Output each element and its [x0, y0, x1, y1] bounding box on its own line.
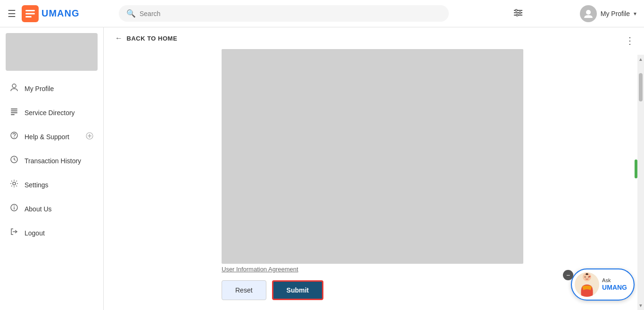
svg-rect-3 — [25, 16, 32, 17]
svg-point-10 — [586, 10, 591, 15]
ask-umang-close-icon[interactable]: − — [563, 270, 573, 280]
sidebar-item-about-us[interactable]: About Us — [0, 197, 103, 221]
sidebar-item-settings[interactable]: Settings — [0, 173, 103, 197]
expand-icon-help — [85, 132, 94, 142]
hamburger-icon[interactable]: ☰ — [8, 8, 16, 19]
three-dots-menu[interactable]: ⋮ — [625, 35, 635, 46]
content-box — [222, 49, 523, 264]
svg-rect-1 — [25, 10, 35, 11]
back-nav-label: BACK TO HOME — [127, 35, 178, 42]
ask-umang-text: Ask UMANG — [602, 277, 627, 292]
help-support-icon — [9, 131, 19, 142]
svg-point-22 — [13, 182, 16, 185]
main-layout: My Profile Service Directory Help & Supp… — [0, 27, 644, 310]
sidebar-item-my-profile[interactable]: My Profile — [0, 76, 103, 101]
sidebar-label-about-us: About Us — [25, 205, 94, 213]
submit-button[interactable]: Submit — [272, 280, 323, 300]
header-left: ☰ UMANG — [8, 5, 111, 22]
profile-icon — [9, 83, 19, 94]
scroll-down-icon[interactable]: ▼ — [636, 301, 644, 310]
svg-rect-15 — [11, 114, 15, 115]
chevron-down-icon: ▾ — [634, 10, 636, 17]
search-input[interactable] — [140, 10, 441, 17]
profile-container[interactable]: My Profile ▾ — [580, 5, 636, 22]
logo-container[interactable]: UMANG — [22, 5, 80, 22]
settings-icon — [9, 179, 19, 190]
about-us-icon — [9, 203, 19, 214]
search-container: 🔍 — [119, 5, 449, 22]
svg-point-30 — [589, 276, 591, 277]
sidebar-item-logout[interactable]: Logout — [0, 221, 103, 245]
umang-logo-icon — [22, 5, 39, 22]
logout-icon — [9, 227, 19, 238]
header-right: My Profile ▾ — [580, 5, 636, 22]
svg-point-25 — [14, 206, 15, 207]
sidebar-item-transaction-history[interactable]: Transaction History — [0, 149, 103, 173]
svg-point-11 — [12, 84, 16, 88]
svg-rect-12 — [11, 109, 17, 109]
sidebar-label-logout: Logout — [25, 229, 94, 237]
sidebar-label-my-profile: My Profile — [25, 85, 94, 92]
svg-point-28 — [585, 276, 586, 277]
sidebar-label-help-support: Help & Support — [25, 133, 80, 141]
sidebar-label-service-directory: Service Directory — [25, 109, 94, 117]
svg-rect-14 — [11, 112, 17, 113]
profile-name: My Profile — [601, 10, 630, 17]
filter-icon — [513, 8, 523, 18]
sidebar-profile-banner — [6, 33, 98, 71]
reset-button[interactable]: Reset — [222, 280, 266, 300]
sidebar-label-transaction-history: Transaction History — [25, 157, 94, 165]
back-arrow-icon: ← — [115, 34, 123, 42]
ask-umang-widget[interactable]: − Ask UMANG — [561, 268, 635, 301]
sidebar: My Profile Service Directory Help & Supp… — [0, 27, 104, 310]
svg-point-8 — [519, 12, 521, 14]
sidebar-item-service-directory[interactable]: Service Directory — [0, 101, 103, 125]
sidebar-item-help-support[interactable]: Help & Support — [0, 125, 103, 149]
scroll-indicators: ▲ ▼ — [637, 55, 644, 310]
ask-umang-bubble[interactable]: Ask UMANG — [571, 268, 635, 301]
header: ☰ UMANG 🔍 My Profile — [0, 0, 644, 27]
ask-umang-mascot — [575, 272, 599, 297]
svg-rect-13 — [11, 110, 17, 111]
search-icon: 🔍 — [126, 9, 136, 18]
content-area: ← BACK TO HOME ⋮ User Information Agreem… — [104, 27, 644, 310]
filter-icon-btn[interactable] — [509, 6, 527, 22]
service-directory-icon — [9, 107, 19, 118]
avatar — [580, 5, 597, 22]
svg-point-7 — [515, 9, 517, 11]
logo-text: UMANG — [41, 8, 80, 19]
scroll-up-icon[interactable]: ▲ — [636, 55, 644, 64]
svg-point-9 — [516, 14, 518, 16]
action-buttons: Reset Submit — [222, 275, 523, 306]
transaction-history-icon — [9, 155, 19, 166]
svg-point-17 — [14, 137, 15, 138]
scroll-thumb — [639, 73, 643, 101]
back-nav[interactable]: ← BACK TO HOME — [104, 27, 644, 49]
agreement-link[interactable]: User Information Agreement — [222, 264, 523, 275]
sidebar-label-settings: Settings — [25, 181, 94, 189]
svg-rect-2 — [25, 13, 35, 14]
